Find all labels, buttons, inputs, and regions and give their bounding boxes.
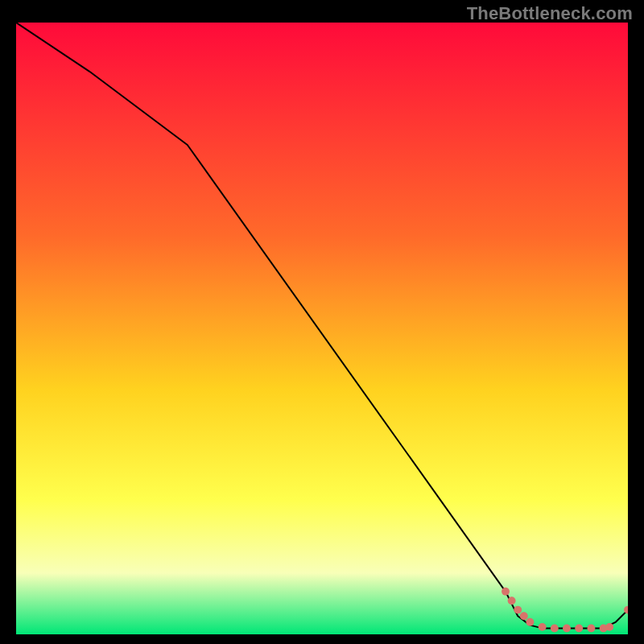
- marker-point: [514, 606, 522, 614]
- bottleneck-chart: [16, 23, 628, 634]
- marker-point: [551, 624, 559, 632]
- marker-point: [539, 623, 547, 631]
- chart-frame: TheBottleneck.com: [0, 0, 644, 644]
- marker-point: [587, 624, 595, 632]
- marker-point: [526, 618, 534, 626]
- marker-point: [563, 624, 571, 632]
- marker-point: [575, 624, 583, 632]
- marker-point: [508, 597, 516, 605]
- marker-point: [502, 588, 510, 596]
- marker-point: [605, 623, 613, 631]
- plot-background: [16, 23, 628, 634]
- watermark-text: TheBottleneck.com: [467, 3, 633, 24]
- marker-point: [520, 612, 528, 620]
